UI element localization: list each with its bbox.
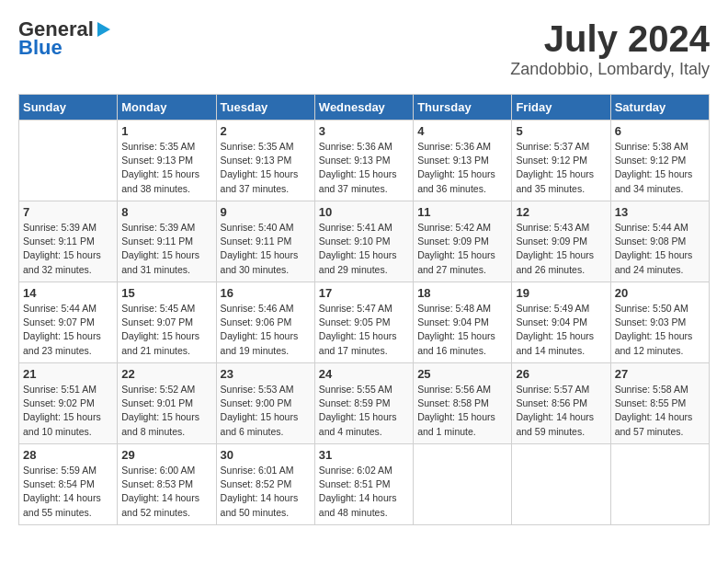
table-row: 14Sunrise: 5:44 AMSunset: 9:07 PMDayligh… [19,282,118,363]
day-info: Sunrise: 5:41 AMSunset: 9:10 PMDaylight:… [319,221,409,277]
table-row: 7Sunrise: 5:39 AMSunset: 9:11 PMDaylight… [19,201,118,282]
day-number: 15 [121,286,211,300]
day-info: Sunrise: 5:36 AMSunset: 9:13 PMDaylight:… [417,140,507,196]
table-row: 5Sunrise: 5:37 AMSunset: 9:12 PMDaylight… [512,121,610,201]
day-info: Sunrise: 5:35 AMSunset: 9:13 PMDaylight:… [121,140,211,196]
table-row: 30Sunrise: 6:01 AMSunset: 8:52 PMDayligh… [216,444,314,525]
day-info: Sunrise: 5:40 AMSunset: 9:11 PMDaylight:… [221,221,311,277]
table-row: 16Sunrise: 5:46 AMSunset: 9:06 PMDayligh… [216,282,314,363]
header-saturday: Saturday [610,95,709,121]
day-info: Sunrise: 5:55 AMSunset: 8:59 PMDaylight:… [319,383,409,439]
day-number: 6 [615,124,705,138]
header-wednesday: Wednesday [314,95,413,121]
day-number: 23 [221,367,311,381]
day-number: 11 [417,205,507,219]
title-block: July 2024 Zandobbio, Lombardy, Italy [510,18,710,79]
day-info: Sunrise: 5:48 AMSunset: 9:04 PMDaylight:… [417,302,507,358]
calendar-subtitle: Zandobbio, Lombardy, Italy [510,60,710,79]
table-row: 2Sunrise: 5:35 AMSunset: 9:13 PMDaylight… [216,121,314,201]
table-row: 13Sunrise: 5:44 AMSunset: 9:08 PMDayligh… [610,201,709,282]
day-number: 1 [121,124,211,138]
page-header: General Blue July 2024 Zandobbio, Lombar… [18,18,710,79]
table-row: 26Sunrise: 5:57 AMSunset: 8:56 PMDayligh… [512,363,610,444]
logo: General Blue [18,18,110,59]
day-number: 28 [23,448,113,462]
day-number: 30 [221,448,311,462]
day-info: Sunrise: 5:43 AMSunset: 9:09 PMDaylight:… [516,221,606,277]
day-info: Sunrise: 5:46 AMSunset: 9:06 PMDaylight:… [221,302,311,358]
day-info: Sunrise: 5:37 AMSunset: 9:12 PMDaylight:… [516,140,606,196]
day-number: 16 [221,286,311,300]
day-number: 17 [319,286,409,300]
day-number: 22 [121,367,211,381]
calendar-week-row: 14Sunrise: 5:44 AMSunset: 9:07 PMDayligh… [19,282,710,363]
table-row: 20Sunrise: 5:50 AMSunset: 9:03 PMDayligh… [610,282,709,363]
table-row: 12Sunrise: 5:43 AMSunset: 9:09 PMDayligh… [512,201,610,282]
header-tuesday: Tuesday [216,95,314,121]
table-row: 29Sunrise: 6:00 AMSunset: 8:53 PMDayligh… [118,444,216,525]
day-number: 5 [516,124,606,138]
day-info: Sunrise: 5:59 AMSunset: 8:54 PMDaylight:… [23,464,113,520]
table-row: 15Sunrise: 5:45 AMSunset: 9:07 PMDayligh… [118,282,216,363]
header-thursday: Thursday [414,95,512,121]
day-number: 24 [319,367,409,381]
day-info: Sunrise: 6:02 AMSunset: 8:51 PMDaylight:… [319,464,409,520]
table-row: 6Sunrise: 5:38 AMSunset: 9:12 PMDaylight… [610,121,709,201]
table-row: 1Sunrise: 5:35 AMSunset: 9:13 PMDaylight… [118,121,216,201]
day-info: Sunrise: 5:52 AMSunset: 9:01 PMDaylight:… [121,383,211,439]
logo-arrow-icon [97,22,110,37]
table-row: 10Sunrise: 5:41 AMSunset: 9:10 PMDayligh… [314,201,413,282]
table-row: 31Sunrise: 6:02 AMSunset: 8:51 PMDayligh… [314,444,413,525]
table-row: 25Sunrise: 5:56 AMSunset: 8:58 PMDayligh… [414,363,512,444]
header-sunday: Sunday [19,95,118,121]
table-row: 18Sunrise: 5:48 AMSunset: 9:04 PMDayligh… [414,282,512,363]
day-number: 7 [23,205,113,219]
day-info: Sunrise: 5:50 AMSunset: 9:03 PMDaylight:… [615,302,705,358]
day-number: 4 [417,124,507,138]
day-number: 12 [516,205,606,219]
day-number: 18 [417,286,507,300]
table-row [512,444,610,525]
day-info: Sunrise: 5:44 AMSunset: 9:07 PMDaylight:… [23,302,113,358]
day-number: 20 [615,286,705,300]
calendar-week-row: 28Sunrise: 5:59 AMSunset: 8:54 PMDayligh… [19,444,710,525]
logo-blue: Blue [18,37,110,59]
table-row: 23Sunrise: 5:53 AMSunset: 9:00 PMDayligh… [216,363,314,444]
day-info: Sunrise: 5:44 AMSunset: 9:08 PMDaylight:… [615,221,705,277]
table-row: 11Sunrise: 5:42 AMSunset: 9:09 PMDayligh… [414,201,512,282]
day-info: Sunrise: 5:35 AMSunset: 9:13 PMDaylight:… [221,140,311,196]
day-info: Sunrise: 5:53 AMSunset: 9:00 PMDaylight:… [221,383,311,439]
table-row: 19Sunrise: 5:49 AMSunset: 9:04 PMDayligh… [512,282,610,363]
day-info: Sunrise: 5:38 AMSunset: 9:12 PMDaylight:… [615,140,705,196]
day-info: Sunrise: 5:36 AMSunset: 9:13 PMDaylight:… [319,140,409,196]
table-row [414,444,512,525]
table-row: 4Sunrise: 5:36 AMSunset: 9:13 PMDaylight… [414,121,512,201]
day-info: Sunrise: 5:39 AMSunset: 9:11 PMDaylight:… [121,221,211,277]
table-row: 3Sunrise: 5:36 AMSunset: 9:13 PMDaylight… [314,121,413,201]
day-number: 10 [319,205,409,219]
day-number: 29 [121,448,211,462]
day-info: Sunrise: 5:56 AMSunset: 8:58 PMDaylight:… [417,383,507,439]
header-friday: Friday [512,95,610,121]
day-info: Sunrise: 5:47 AMSunset: 9:05 PMDaylight:… [319,302,409,358]
table-row: 9Sunrise: 5:40 AMSunset: 9:11 PMDaylight… [216,201,314,282]
day-info: Sunrise: 5:51 AMSunset: 9:02 PMDaylight:… [23,383,113,439]
table-row [610,444,709,525]
day-number: 9 [221,205,311,219]
table-row: 8Sunrise: 5:39 AMSunset: 9:11 PMDaylight… [118,201,216,282]
calendar-title: July 2024 [510,18,710,60]
header-monday: Monday [118,95,216,121]
day-number: 31 [319,448,409,462]
day-number: 21 [23,367,113,381]
calendar-week-row: 21Sunrise: 5:51 AMSunset: 9:02 PMDayligh… [19,363,710,444]
day-number: 13 [615,205,705,219]
table-row: 28Sunrise: 5:59 AMSunset: 8:54 PMDayligh… [19,444,118,525]
day-info: Sunrise: 5:57 AMSunset: 8:56 PMDaylight:… [516,383,606,439]
table-row: 24Sunrise: 5:55 AMSunset: 8:59 PMDayligh… [314,363,413,444]
day-info: Sunrise: 6:00 AMSunset: 8:53 PMDaylight:… [121,464,211,520]
day-number: 3 [319,124,409,138]
calendar-table: Sunday Monday Tuesday Wednesday Thursday… [18,94,710,525]
table-row: 17Sunrise: 5:47 AMSunset: 9:05 PMDayligh… [314,282,413,363]
day-number: 27 [615,367,705,381]
day-number: 26 [516,367,606,381]
